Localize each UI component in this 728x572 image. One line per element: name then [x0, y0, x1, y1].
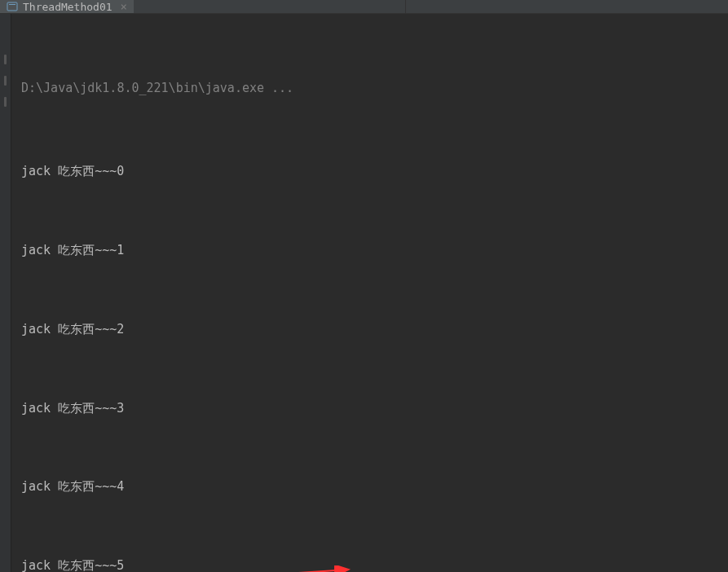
- content-area: D:\Java\jdk1.8.0_221\bin\java.exe ... ja…: [0, 14, 728, 572]
- console-header: D:\Java\jdk1.8.0_221\bin\java.exe ...: [21, 75, 718, 106]
- close-icon[interactable]: ×: [121, 0, 127, 13]
- console-line: jack 吃东西~~~4: [21, 473, 718, 499]
- tab-label: ThreadMethod01: [23, 1, 113, 13]
- console-gutter: [0, 14, 11, 572]
- console-output[interactable]: D:\Java\jdk1.8.0_221\bin\java.exe ... ja…: [11, 14, 728, 572]
- gutter-marker: [4, 55, 7, 64]
- console-line: jack 吃东西~~~0: [21, 158, 718, 184]
- console-line: jack 吃东西~~~1: [21, 237, 718, 263]
- gutter-marker: [4, 97, 7, 107]
- gutter-marker: [4, 76, 7, 86]
- console-line: jack 吃东西~~~3: [21, 395, 718, 421]
- svg-rect-0: [7, 2, 17, 11]
- tab-threadmethod01[interactable]: ThreadMethod01 ×: [0, 0, 134, 13]
- run-config-icon: [7, 1, 18, 12]
- tab-bar: ThreadMethod01 ×: [0, 0, 728, 14]
- console-line: jack 吃东西~~~5: [21, 552, 718, 572]
- console-line: jack 吃东西~~~2: [21, 316, 718, 342]
- svg-rect-1: [9, 4, 15, 5]
